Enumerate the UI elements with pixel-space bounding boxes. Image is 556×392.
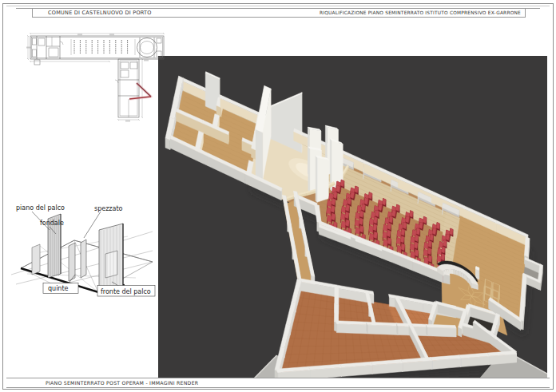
label-fronte-del-palco: fronte del palco (101, 288, 151, 295)
label-piano-del-palco: piano del palco (16, 204, 65, 212)
footer-top-rule (6, 378, 550, 378)
header-right-title: RIQUALIFICAZIONE PIANO SEMINTERRATO ISTI… (320, 10, 521, 15)
footer-bottom-rule (6, 387, 550, 388)
header-left-title: COMUNE DI CASTELNUOVO DI PORTO (48, 10, 152, 16)
red-arrow (125, 78, 157, 105)
header-tick-left (32, 8, 33, 17)
header-top-rule (6, 6, 550, 6)
drawing-sheet: COMUNE DI CASTELNUOVO DI PORTO RIQUALIFI… (0, 0, 556, 392)
floor-plan-drawing (23, 30, 167, 125)
header-mid-rule (16, 8, 540, 9)
header-bottom-rule (32, 17, 526, 18)
stage-sketch: piano del palcospezzatofondalequintefron… (8, 198, 161, 303)
label-quinte: quinte (48, 285, 69, 292)
render-3d-view: polygon{stroke-width:.5} (158, 56, 547, 378)
footer-caption: PIANO SEMINTERRATO POST OPERAM - IMMAGIN… (46, 380, 198, 386)
header-tick-right (525, 8, 526, 17)
label-spezzato: spezzato (94, 205, 123, 212)
stage-panel-spezzato (316, 156, 328, 202)
label-fondale: fondale (40, 220, 64, 227)
